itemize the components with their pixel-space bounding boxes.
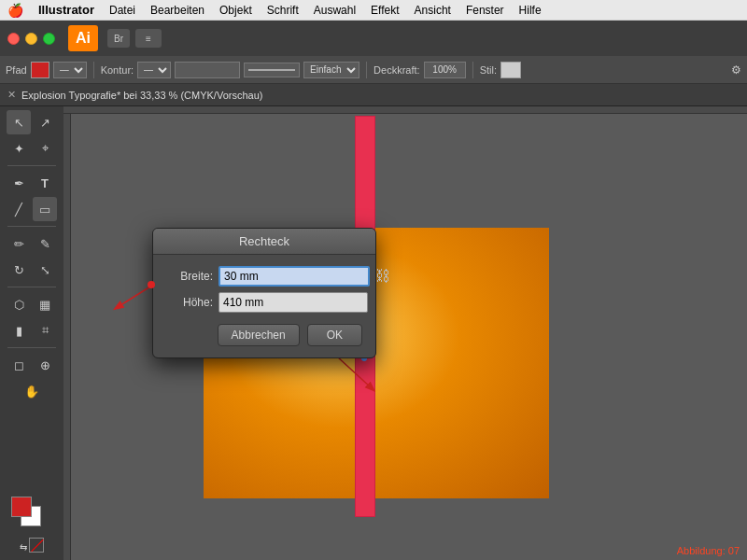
toolbar: ↖ ↗ ✦ ⌖ ✒ T ╱ ▭ ✏ ✎ ↻ ⤡ ⬡ ▦ ▮ <box>0 106 63 560</box>
tool-group-brush: ✏ ✎ <box>7 231 57 256</box>
stroke-line <box>248 69 295 71</box>
menu-objekt[interactable]: Objekt <box>219 4 252 17</box>
tool-group-misc: ▮ ⌗ <box>7 318 57 343</box>
title-bar: Ai Br ≡ <box>0 21 747 56</box>
menu-effekt[interactable]: Effekt <box>371 4 399 17</box>
separator <box>93 62 94 78</box>
app-name: Illustrator <box>38 3 94 17</box>
workspace-button[interactable]: ≡ <box>135 29 162 48</box>
separator3 <box>472 62 473 78</box>
tool-group-transform: ↻ ⤡ <box>7 258 57 282</box>
menu-ansicht[interactable]: Ansicht <box>415 4 451 17</box>
fill-select[interactable]: — <box>53 62 87 78</box>
canvas-area[interactable]: Rechteck Breite: ⛓ Höhe: Abbrechen OK Ab… <box>63 106 747 560</box>
kontur-select[interactable]: — <box>137 62 171 78</box>
opacity-input[interactable] <box>424 62 466 78</box>
pfad-label: Pfad <box>6 64 27 76</box>
breite-label: Breite: <box>166 270 213 283</box>
tool-group-hand: ✋ <box>20 379 44 403</box>
abbildung-label: Abbildung: 07 <box>677 545 740 556</box>
tool-separator-3 <box>7 287 56 287</box>
top-ruler <box>63 106 747 114</box>
tool-group-magic: ✦ ⌖ <box>7 136 57 161</box>
magic-wand-tool[interactable]: ✦ <box>7 136 31 161</box>
tool-group-edit: ◻ ⊕ <box>7 353 57 377</box>
doc-close-button[interactable]: ✕ <box>7 89 16 101</box>
chain-link-icon[interactable]: ⛓ <box>375 268 390 285</box>
gradient-tool[interactable]: ▦ <box>33 292 57 316</box>
menu-schrift[interactable]: Schrift <box>267 4 299 17</box>
maximize-button[interactable] <box>43 33 55 45</box>
swap-colors-icon[interactable]: ⇆ <box>20 542 27 553</box>
line-tool[interactable]: ╱ <box>7 197 31 221</box>
main-area: ↖ ↗ ✦ ⌖ ✒ T ╱ ▭ ✏ ✎ ↻ ⤡ ⬡ ▦ ▮ <box>0 106 747 560</box>
rotate-tool[interactable]: ↻ <box>7 258 31 282</box>
menu-hilfe[interactable]: Hilfe <box>519 4 542 17</box>
deckkraft-label: Deckkraft: <box>374 64 420 76</box>
foreground-color-swatch[interactable] <box>11 497 32 517</box>
direct-select-tool[interactable]: ↗ <box>33 110 57 134</box>
slice-tool[interactable]: ⌗ <box>33 318 57 343</box>
tool-group-select: ↖ ↗ <box>7 110 57 134</box>
tool-group-line: ╱ ▭ <box>7 197 57 221</box>
settings-icon[interactable]: ⚙ <box>731 63 741 77</box>
rechteck-dialog: Rechteck Breite: ⛓ Höhe: Abbrechen OK <box>152 228 376 358</box>
document-tab: ✕ Explosion Typografie* bei 33,33 % (CMY… <box>0 84 747 106</box>
dialog-indicator-dot <box>148 281 155 288</box>
stil-label: Stil: <box>480 64 497 76</box>
rect-tool[interactable]: ▭ <box>33 197 57 221</box>
ok-button[interactable]: OK <box>307 324 362 346</box>
menu-auswahl[interactable]: Auswahl <box>314 4 356 17</box>
breite-row: Breite: ⛓ <box>166 266 362 287</box>
select-tool[interactable]: ↖ <box>7 110 31 134</box>
tool-group-blend: ⬡ ▦ <box>7 292 57 316</box>
zoom-tool[interactable]: ⊕ <box>33 353 57 377</box>
pencil-tool[interactable]: ✎ <box>33 231 57 256</box>
hoehe-label: Höhe: <box>166 296 213 309</box>
dialog-title: Rechteck <box>239 234 289 248</box>
type-tool[interactable]: T <box>33 171 57 195</box>
breite-input[interactable] <box>218 266 370 287</box>
minimize-button[interactable] <box>25 33 37 45</box>
stroke-style-select[interactable]: Einfach <box>303 62 359 78</box>
scale-tool[interactable]: ⤡ <box>33 258 57 282</box>
menu-fenster[interactable]: Fenster <box>466 4 504 17</box>
menu-bar: 🍎 Illustrator Datei Bearbeiten Objekt Sc… <box>0 0 747 21</box>
ai-logo: Ai <box>68 25 98 51</box>
kontur-width[interactable] <box>175 62 240 78</box>
menu-datei[interactable]: Datei <box>109 4 135 17</box>
blend-tool[interactable]: ⬡ <box>7 292 31 316</box>
fill-color-box[interactable] <box>31 62 49 78</box>
hand-tool[interactable]: ✋ <box>20 379 44 403</box>
pen-tool[interactable]: ✒ <box>7 171 31 195</box>
left-ruler <box>63 106 71 560</box>
stil-preview[interactable] <box>500 62 521 78</box>
control-bar: Pfad — Kontur: — Einfach Deckkraft: Stil… <box>0 56 747 84</box>
dialog-title-bar: Rechteck <box>153 229 375 255</box>
tool-separator-2 <box>7 226 56 227</box>
no-color-swatch[interactable] <box>29 538 44 553</box>
kontur-label: Kontur: <box>101 64 134 76</box>
eraser-tool[interactable]: ◻ <box>7 353 31 377</box>
dialog-buttons: Abbrechen OK <box>166 324 362 346</box>
close-button[interactable] <box>7 33 20 45</box>
menu-bearbeiten[interactable]: Bearbeiten <box>150 4 204 17</box>
cancel-button[interactable]: Abbrechen <box>218 324 300 346</box>
chart-tool[interactable]: ▮ <box>7 318 31 343</box>
stroke-style-preview <box>244 63 300 77</box>
tool-separator-1 <box>7 165 56 166</box>
hoehe-input[interactable] <box>218 292 368 313</box>
lasso-tool[interactable]: ⌖ <box>33 136 57 161</box>
tool-separator-4 <box>7 347 56 348</box>
brush-tool[interactable]: ✏ <box>7 231 31 256</box>
separator2 <box>366 62 367 78</box>
bridge-button[interactable]: Br <box>107 29 130 48</box>
doc-title: Explosion Typografie* bei 33,33 % (CMYK/… <box>21 90 262 101</box>
hoehe-row: Höhe: <box>166 292 362 313</box>
tool-group-pen: ✒ T <box>7 171 57 195</box>
color-swatches: ⇆ <box>7 493 56 556</box>
apple-menu[interactable]: 🍎 <box>7 3 23 18</box>
